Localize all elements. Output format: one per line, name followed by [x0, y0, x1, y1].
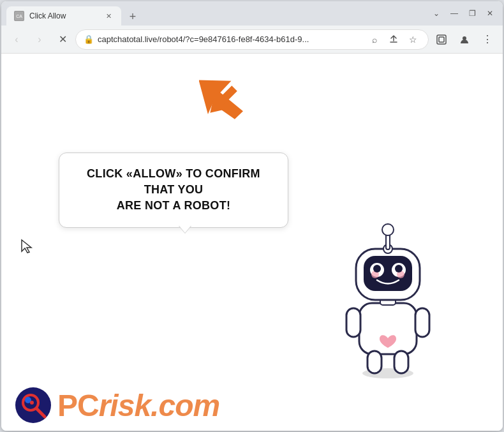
address-icons: ⌕ ☆ — [367, 32, 420, 47]
svg-point-21 — [395, 265, 403, 272]
maximize-button[interactable]: ❐ — [464, 6, 480, 21]
minimize-button[interactable]: — — [447, 6, 462, 21]
back-button[interactable]: ‹ — [6, 29, 27, 50]
bookmark-icon[interactable]: ☆ — [405, 32, 420, 47]
share-icon[interactable] — [386, 32, 401, 47]
forward-button[interactable]: › — [29, 29, 50, 50]
pcrisk-watermark: PCrisk.com — [1, 380, 503, 431]
pcrisk-logo-icon — [14, 386, 52, 424]
svg-rect-11 — [367, 351, 382, 373]
tab-title: Click Allow — [29, 11, 98, 20]
browser-window: CA Click Allow ✕ + ⌄ — ❐ ✕ ‹ › ✕ 🔒 captc… — [1, 1, 503, 431]
close-button[interactable]: ✕ — [482, 6, 498, 21]
svg-rect-12 — [394, 351, 408, 373]
url-text: captchatotal.live/robot4/?c=9e847616-fe8… — [98, 34, 363, 44]
address-bar[interactable]: 🔒 captchatotal.live/robot4/?c=9e847616-f… — [75, 29, 429, 50]
profile-button[interactable] — [454, 29, 475, 50]
search-icon[interactable]: ⌕ — [367, 32, 382, 47]
pcrisk-prefix: PC — [57, 389, 99, 422]
bubble-text-line1: CLICK «ALLOW» TO CONFIRM THAT YOU — [78, 166, 269, 198]
title-bar: CA Click Allow ✕ + ⌄ — ❐ ✕ — [1, 1, 503, 26]
arrow-container — [199, 73, 250, 124]
svg-rect-10 — [415, 308, 429, 337]
svg-point-24 — [382, 224, 394, 235]
reload-button[interactable]: ✕ — [52, 29, 73, 50]
robot-svg — [324, 214, 452, 380]
tab-strip-menu-button[interactable]: ⌄ — [429, 6, 444, 21]
new-tab-button[interactable]: + — [124, 8, 142, 26]
pcrisk-suffix: risk.com — [99, 389, 219, 422]
svg-rect-3 — [439, 37, 444, 42]
lock-icon: 🔒 — [84, 34, 94, 44]
window-controls: ⌄ — ❐ ✕ — [429, 6, 498, 21]
svg-text:CA: CA — [16, 14, 22, 19]
robot-character — [324, 214, 452, 380]
speech-bubble: CLICK «ALLOW» TO CONFIRM THAT YOU ARE NO… — [59, 153, 288, 228]
toolbar-right: ⋮ — [431, 29, 498, 50]
svg-point-29 — [30, 401, 34, 405]
svg-rect-15 — [364, 256, 412, 291]
menu-button[interactable]: ⋮ — [477, 29, 498, 50]
tabs-area: CA Click Allow ✕ + — [6, 1, 424, 26]
toolbar: ‹ › ✕ 🔒 captchatotal.live/robot4/?c=9e84… — [1, 26, 503, 54]
svg-marker-25 — [22, 240, 31, 253]
tab-close-button[interactable]: ✕ — [103, 11, 114, 21]
pcrisk-text: PCrisk.com — [57, 388, 219, 423]
active-tab[interactable]: CA Click Allow ✕ — [6, 6, 121, 26]
tab-favicon: CA — [14, 11, 24, 21]
svg-rect-2 — [437, 35, 446, 44]
mouse-cursor — [20, 239, 33, 257]
tab-view-button[interactable] — [431, 29, 452, 50]
bubble-text-line2: ARE NOT A ROBOT! — [78, 198, 269, 214]
orange-arrow — [199, 73, 250, 124]
svg-rect-9 — [346, 308, 360, 337]
svg-point-20 — [373, 265, 381, 272]
page-content: CLICK «ALLOW» TO CONFIRM THAT YOU ARE NO… — [1, 54, 503, 431]
